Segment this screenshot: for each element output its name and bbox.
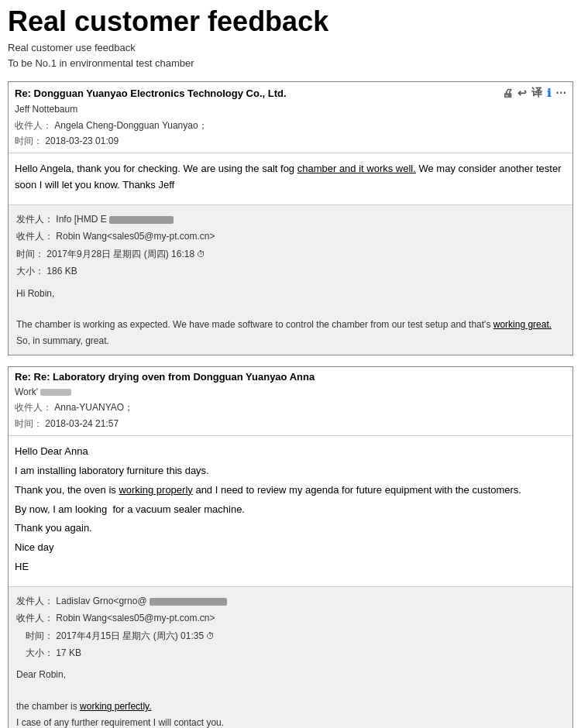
email-header-title-2: Re: Re: Laboratory drying oven from Dong… [15,371,566,383]
underline-working-great: working great. [493,319,552,330]
email-card-1: Re: Dongguan Yuanyao Electronics Technol… [8,81,573,355]
printer-icon[interactable]: 🖨 [502,87,513,99]
underline-text-1: chamber and it works well. [297,163,416,174]
quoted-block-2: 发件人： Ladislav Grno<grno@ 收件人： Robin Wang… [9,586,572,728]
translate-icon[interactable]: 译 [531,86,542,100]
email-to-2: 收件人： Anna-YUANYAO； [15,400,566,415]
redacted-2 [150,598,227,606]
email-sender-1: Jeff Nottebaum [15,101,566,117]
quoted-block-1: 发件人： Info [HMD E 收件人： Robin Wang<sales05… [9,204,572,355]
email-header-1: Re: Dongguan Yuanyao Electronics Technol… [9,82,572,153]
email-meta-1: Jeff Nottebaum 收件人： Angela Cheng-Donggua… [15,101,566,149]
email-sender-2: Work' [15,384,566,400]
info-icon[interactable]: ℹ [547,87,551,99]
email-card-2: Re: Re: Laboratory drying oven from Dong… [8,366,573,728]
page-subtitle: Real customer use feedback To be No.1 in… [8,40,573,73]
email-header-title-1: Re: Dongguan Yuanyao Electronics Technol… [15,86,566,100]
email-body-1: Hello Angela, thank you for checking. We… [9,153,572,204]
more-icon[interactable]: ⋯ [555,87,566,99]
email-meta-2: Work' 收件人： Anna-YUANYAO； 时间： 2018-03-24 … [15,384,566,431]
email-header-2: Re: Re: Laboratory drying oven from Dong… [9,367,572,436]
redacted-sender-2 [40,389,71,396]
underline-working-properly: working properly [119,484,192,496]
reply-icon[interactable]: ↩ [517,87,527,99]
underline-working-perfectly: working perfectly. [80,701,151,712]
email-time-1: 时间： 2018-03-23 01:09 [15,133,566,149]
clock-icon-2 [206,630,215,641]
redacted-1 [109,216,174,224]
email-to-1: 收件人： Angela Cheng-Dongguan Yuanyao； [15,118,566,133]
email-time-2: 时间： 2018-03-24 21:57 [15,416,566,431]
page-title: Real customer feedback [8,6,573,37]
clock-icon-1 [197,249,205,259]
email-body-2: Hello Dear Anna I am installing laborato… [9,436,572,586]
email-header-icons-1: 🖨 ↩ 译 ℹ ⋯ [502,86,566,100]
